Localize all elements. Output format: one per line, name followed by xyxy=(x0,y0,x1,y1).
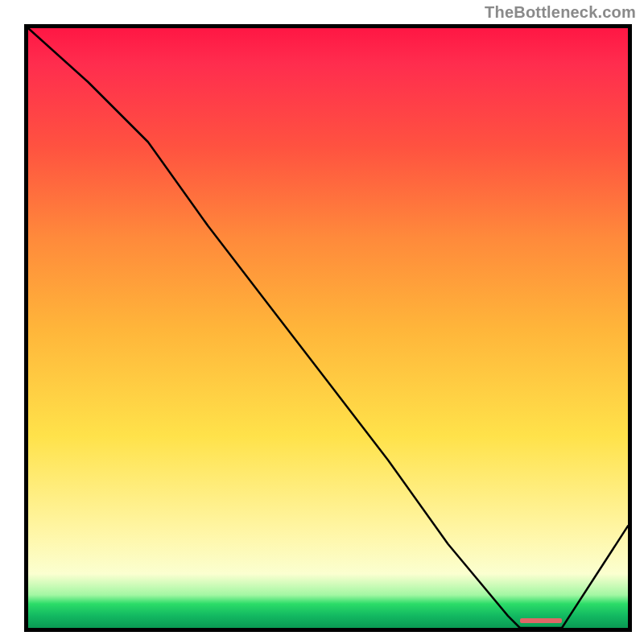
chart-plot-area xyxy=(24,24,632,632)
watermark-text: TheBottleneck.com xyxy=(485,3,636,22)
chart-root: TheBottleneck.com xyxy=(0,0,644,644)
chart-curve-layer xyxy=(28,28,628,628)
bottleneck-curve xyxy=(28,28,628,628)
plateau-marker xyxy=(520,618,562,623)
